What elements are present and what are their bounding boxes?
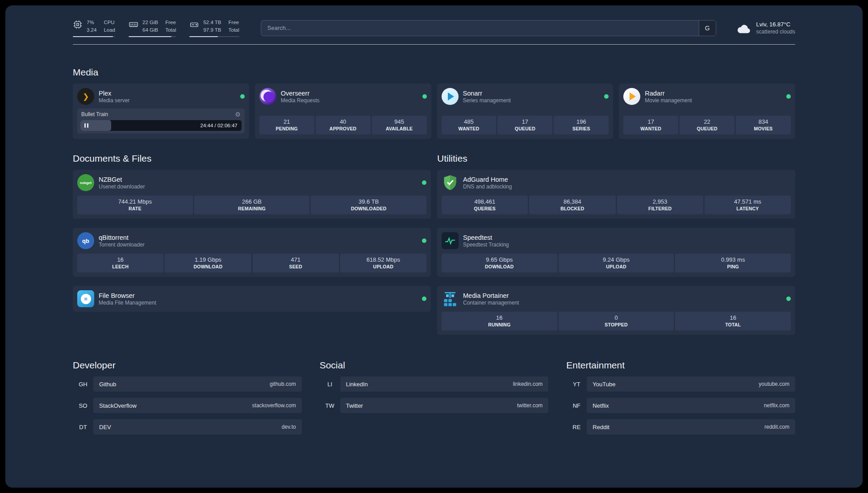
bookmark-group-developer: Developer GH Github github.com SO StackO… <box>73 360 302 441</box>
service-name: File Browser <box>99 292 156 300</box>
bookmark-abbr: YT <box>566 381 587 388</box>
section-documents: Documents & Files nzbget NZBGet Usenet d… <box>73 153 431 335</box>
stat-tile: 47.571 ms LATENCY <box>705 196 791 214</box>
service-desc: Speedtest Tracking <box>463 242 509 248</box>
bookmark-dev[interactable]: DT DEV dev.to <box>73 419 302 435</box>
section-media: Media ❯ Plex Media server Bullet Tr <box>73 67 795 139</box>
stat-tile: 16 RUNNING <box>442 312 557 330</box>
service-card-radarr[interactable]: Radarr Movie management 17 WANTED 22 QUE… <box>619 84 795 139</box>
disk-widget: 52.4 TB 97.9 TB Free Total <box>189 19 239 37</box>
bookmark-link[interactable]: Twitter twitter.com <box>340 398 549 413</box>
bookmark-stackoverflow[interactable]: SO StackOverflow stackoverflow.com <box>73 398 302 413</box>
memory-free-label: Free <box>165 19 176 26</box>
service-name: Overseerr <box>281 89 320 97</box>
dashboard-frame: 7% 3.24 CPU Load <box>5 5 863 488</box>
bookmark-netflix[interactable]: NF Netflix netflix.com <box>566 398 795 413</box>
stat-tile: 40 APPROVED <box>316 116 371 134</box>
service-desc: Series management <box>463 97 511 104</box>
memory-free-value: 22 GiB <box>142 19 158 26</box>
stat-tile: 618.52 Mbps UPLOAD <box>340 254 426 272</box>
stat-tile: 86,384 BLOCKED <box>529 196 615 214</box>
status-dot <box>422 238 426 243</box>
service-desc: Media File Management <box>99 300 156 306</box>
bookmark-link[interactable]: Netflix netflix.com <box>587 398 795 413</box>
stat-tile: 485 WANTED <box>442 116 497 134</box>
stat-tile: 498,461 QUERIES <box>442 196 528 214</box>
service-card-portainer[interactable]: Media Portainer Container management 16 … <box>437 286 795 335</box>
service-card-speedtest[interactable]: Speedtest Speedtest Tracking 9.65 Gbps D… <box>437 228 795 277</box>
stat-tile: 0 STOPPED <box>559 312 674 330</box>
cloud-icon <box>736 21 752 35</box>
service-name: qBittorrent <box>99 234 145 242</box>
topbar-divider <box>73 44 795 45</box>
disk-free-label: Free <box>229 19 239 26</box>
status-dot <box>422 94 427 99</box>
service-desc: Media Requests <box>281 97 320 104</box>
status-dot <box>422 180 426 185</box>
stat-tile: 9.65 Gbps DOWNLOAD <box>442 254 557 272</box>
stat-tile: 834 MOVIES <box>736 116 791 134</box>
status-dot <box>786 94 791 99</box>
memory-widget: 22 GiB 64 GiB Free Total <box>129 19 176 37</box>
bookmark-link[interactable]: StackOverflow stackoverflow.com <box>93 398 302 413</box>
service-card-qbittorrent[interactable]: qb qBittorrent Torrent downloader 16 LEE… <box>73 228 431 277</box>
utilities-section-title: Utilities <box>437 153 795 164</box>
cpu-chip-icon <box>73 20 83 29</box>
bookmark-link[interactable]: Reddit reddit.com <box>587 419 795 435</box>
status-dot <box>422 297 426 301</box>
stat-tile: 17 QUEUED <box>497 116 552 134</box>
disk-icon <box>189 20 199 29</box>
gear-icon[interactable]: ⚙ <box>235 111 241 117</box>
memory-icon <box>129 20 138 29</box>
status-dot <box>786 297 791 301</box>
search-input[interactable] <box>261 21 699 36</box>
service-desc: Torrent downloader <box>99 242 145 248</box>
cpu-percent: 7% <box>87 19 96 26</box>
stat-tile: 9.24 Gbps UPLOAD <box>559 254 674 272</box>
bookmark-link[interactable]: YouTube youtube.com <box>587 376 795 392</box>
stat-tile: 17 WANTED <box>623 116 678 134</box>
playback-progress-bar[interactable]: 24:44 / 02:06:47 <box>80 120 242 131</box>
bookmark-abbr: SO <box>73 402 93 409</box>
service-name: AdGuard Home <box>463 175 512 184</box>
bookmark-youtube[interactable]: YT YouTube youtube.com <box>566 376 795 392</box>
service-desc: DNS and adblocking <box>463 184 512 190</box>
search-provider-button[interactable]: G <box>699 21 716 36</box>
weather-widget[interactable]: Lviv, 16.87°C scattered clouds <box>736 21 795 36</box>
weather-condition: scattered clouds <box>756 28 795 35</box>
sonarr-icon <box>442 88 459 105</box>
topbar: 7% 3.24 CPU Load <box>73 19 795 37</box>
weather-location: Lviv, 16.87°C <box>756 21 795 29</box>
stat-tile: 16 TOTAL <box>675 312 791 330</box>
bookmark-twitter[interactable]: TW Twitter twitter.com <box>320 398 549 413</box>
bookmark-link[interactable]: LinkedIn linkedin.com <box>340 376 549 392</box>
bookmark-abbr: LI <box>320 381 340 388</box>
bookmark-github[interactable]: GH Github github.com <box>73 376 302 392</box>
service-name: Media Portainer <box>463 292 519 300</box>
stat-tile: 945 AVAILABLE <box>372 116 427 134</box>
service-card-filebrowser[interactable]: ≡ File Browser Media File Management <box>73 286 431 312</box>
cpu-load-label: Load <box>104 26 115 34</box>
disk-free-value: 52.4 TB <box>203 19 221 26</box>
service-card-plex[interactable]: ❯ Plex Media server Bullet Train ⚙ <box>73 84 249 139</box>
service-card-nzbget[interactable]: nzbget NZBGet Usenet downloader 744.21 M… <box>73 170 431 219</box>
memory-total-value: 64 GiB <box>142 26 158 34</box>
service-card-adguard[interactable]: AdGuard Home DNS and adblocking 498,461 … <box>437 170 795 219</box>
bookmark-reddit[interactable]: RE Reddit reddit.com <box>566 419 795 435</box>
bookmark-link[interactable]: DEV dev.to <box>93 419 302 435</box>
service-card-overseerr[interactable]: Overseerr Media Requests 21 PENDING 40 A… <box>255 84 431 139</box>
bookmark-link[interactable]: Github github.com <box>93 376 302 392</box>
stat-tile: 22 QUEUED <box>680 116 734 134</box>
portainer-icon <box>442 290 459 307</box>
service-name: Plex <box>99 89 129 97</box>
nzbget-icon: nzbget <box>77 174 94 191</box>
bookmark-abbr: GH <box>73 381 93 388</box>
service-card-sonarr[interactable]: Sonarr Series management 485 WANTED 17 Q… <box>437 84 613 139</box>
stat-tile: 39.6 TB DOWNLOADED <box>311 196 426 214</box>
qbittorrent-icon: qb <box>77 232 94 249</box>
stat-tile: 2,953 FILTERED <box>617 196 703 214</box>
bookmark-linkedin[interactable]: LI LinkedIn linkedin.com <box>320 376 549 392</box>
bookmark-abbr: NF <box>566 402 587 409</box>
pause-icon[interactable] <box>84 123 88 128</box>
stat-tile: 0.993 ms PING <box>675 254 791 272</box>
